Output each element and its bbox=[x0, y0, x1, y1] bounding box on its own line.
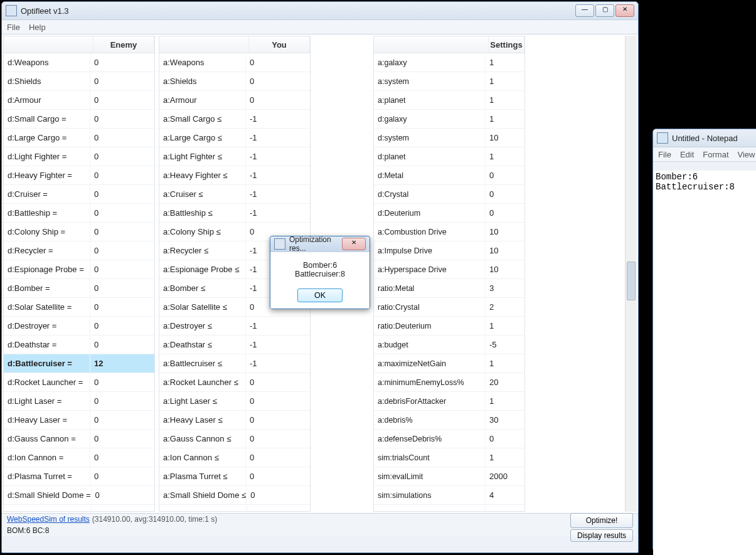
row-value[interactable]: 0 bbox=[90, 53, 154, 71]
row-value[interactable]: 0 bbox=[92, 505, 154, 511]
table-row[interactable]: d:Colony Ship =0 bbox=[4, 223, 154, 241]
table-row[interactable]: a:galaxy1 bbox=[374, 53, 524, 72]
row-value[interactable]: 4 bbox=[486, 486, 524, 504]
row-value[interactable]: 12 bbox=[90, 354, 154, 373]
dialog-close-button[interactable]: ✕ bbox=[342, 238, 366, 250]
table-row[interactable]: d:Deuterium0 bbox=[374, 204, 524, 223]
row-value[interactable]: 30 bbox=[486, 411, 524, 429]
table-row[interactable]: a:Plasma Turret ≤0 bbox=[159, 467, 310, 486]
row-value[interactable]: 0 bbox=[246, 411, 310, 429]
table-row[interactable]: a:Large Shield Dome ≤0 bbox=[159, 505, 310, 511]
table-row[interactable]: d:Large Shield Dome =0 bbox=[4, 505, 154, 511]
table-row[interactable]: d:Heavy Fighter =0 bbox=[4, 166, 154, 185]
table-row[interactable]: a:Heavy Laser ≤0 bbox=[159, 411, 310, 430]
table-row[interactable]: d:Light Fighter =0 bbox=[4, 147, 154, 166]
table-row[interactable]: d:Armour0 bbox=[4, 91, 154, 110]
table-row[interactable]: d:Light Laser =0 bbox=[4, 392, 154, 411]
row-value[interactable]: 0 bbox=[246, 392, 310, 410]
table-row[interactable]: ratio:Metal3 bbox=[374, 279, 524, 298]
row-value[interactable]: 0 bbox=[90, 72, 154, 90]
row-value[interactable]: 0 bbox=[486, 166, 524, 184]
row-value[interactable]: 1 bbox=[486, 91, 524, 109]
row-value[interactable]: 0 bbox=[90, 279, 154, 297]
table-row[interactable]: a:Large Cargo ≤-1 bbox=[159, 129, 310, 147]
table-row[interactable]: d:Bomber =0 bbox=[4, 279, 154, 298]
table-row[interactable]: sim:simulations4 bbox=[374, 486, 524, 505]
row-value[interactable]: 0 bbox=[90, 317, 154, 335]
row-value[interactable]: 0 bbox=[90, 260, 154, 278]
table-row[interactable]: a:Battlecruiser ≤-1 bbox=[159, 354, 310, 373]
row-value[interactable]: 2000 bbox=[486, 467, 524, 485]
row-value[interactable]: 0 bbox=[90, 373, 154, 391]
row-value[interactable]: 10 bbox=[486, 223, 524, 241]
table-row[interactable]: d:Ion Cannon =0 bbox=[4, 448, 154, 467]
row-value[interactable]: -1 bbox=[246, 204, 310, 222]
table-row[interactable]: a:Deathstar ≤-1 bbox=[159, 336, 310, 354]
table-row[interactable]: d:Deathstar =0 bbox=[4, 336, 154, 354]
row-value[interactable]: 0 bbox=[246, 373, 310, 391]
table-row[interactable]: sim:evalLimit2000 bbox=[374, 467, 524, 486]
table-row[interactable]: a:Heavy Fighter ≤-1 bbox=[159, 166, 310, 185]
table-row[interactable]: d:planet1 bbox=[374, 147, 524, 166]
row-value[interactable]: 0 bbox=[486, 430, 524, 448]
table-row[interactable]: d:Rocket Launcher =0 bbox=[4, 373, 154, 392]
row-value[interactable]: 0 bbox=[246, 91, 310, 109]
row-value[interactable]: 0 bbox=[90, 448, 154, 467]
table-row[interactable]: ratio:Deuterium1 bbox=[374, 317, 524, 336]
table-row[interactable]: a:system1 bbox=[374, 72, 524, 91]
minimize-button[interactable]: — bbox=[575, 4, 594, 17]
table-row[interactable]: a:Gauss Cannon ≤0 bbox=[159, 430, 310, 448]
table-row[interactable]: a:debris%30 bbox=[374, 411, 524, 430]
row-value[interactable]: 0 bbox=[90, 185, 154, 203]
table-row[interactable]: d:Recycler =0 bbox=[4, 241, 154, 260]
row-value[interactable]: 0 bbox=[90, 298, 154, 316]
table-row[interactable]: a:budget-5 bbox=[374, 336, 524, 354]
row-value[interactable]: 50 bbox=[486, 505, 524, 511]
row-value[interactable]: 0 bbox=[90, 166, 154, 184]
np-menu-file[interactable]: File bbox=[658, 150, 671, 159]
table-row[interactable]: d:Plasma Turret =0 bbox=[4, 467, 154, 486]
row-value[interactable]: 1 bbox=[486, 392, 524, 410]
row-value[interactable]: 0 bbox=[90, 467, 154, 485]
table-row[interactable]: a:Hyperspace Drive10 bbox=[374, 260, 524, 279]
row-value[interactable]: 1 bbox=[486, 110, 524, 128]
table-row[interactable]: a:Impulse Drive10 bbox=[374, 241, 524, 260]
table-row[interactable]: d:Gauss Cannon =0 bbox=[4, 430, 154, 448]
table-row[interactable]: loot:percentage50 bbox=[374, 505, 524, 511]
np-menu-edit[interactable]: Edit bbox=[680, 150, 694, 159]
row-value[interactable]: 0 bbox=[90, 411, 154, 429]
table-row[interactable]: a:defenseDebris%0 bbox=[374, 430, 524, 448]
optimize-button[interactable]: Optimize! bbox=[570, 513, 633, 528]
notepad-titlebar[interactable]: Untitled - Notepad bbox=[653, 129, 756, 147]
scroll-thumb[interactable] bbox=[627, 262, 636, 300]
table-row[interactable]: a:Combustion Drive10 bbox=[374, 223, 524, 241]
table-row[interactable]: d:Weapons0 bbox=[4, 53, 154, 72]
display-results-button[interactable]: Display results bbox=[570, 529, 633, 542]
table-row[interactable]: d:Espionage Probe =0 bbox=[4, 260, 154, 279]
row-value[interactable]: -1 bbox=[246, 336, 310, 354]
row-value[interactable]: 0 bbox=[90, 204, 154, 222]
menu-file[interactable]: File bbox=[7, 23, 20, 32]
row-value[interactable]: 2 bbox=[486, 298, 524, 316]
row-value[interactable]: 0 bbox=[90, 430, 154, 448]
table-row[interactable]: a:planet1 bbox=[374, 91, 524, 110]
row-value[interactable]: 0 bbox=[90, 91, 154, 109]
row-value[interactable]: 0 bbox=[92, 486, 154, 504]
table-row[interactable]: d:Shields0 bbox=[4, 72, 154, 91]
results-link[interactable]: WebSpeedSim of results bbox=[7, 515, 90, 524]
row-value[interactable]: 10 bbox=[486, 241, 524, 260]
table-row[interactable]: a:Armour0 bbox=[159, 91, 310, 110]
row-value[interactable]: 1 bbox=[486, 72, 524, 90]
table-row[interactable]: d:Battleship =0 bbox=[4, 204, 154, 223]
vertical-scrollbar[interactable] bbox=[625, 36, 637, 512]
row-value[interactable]: -1 bbox=[246, 166, 310, 184]
row-value[interactable]: 0 bbox=[246, 430, 310, 448]
table-row[interactable]: d:Destroyer =0 bbox=[4, 317, 154, 336]
table-row[interactable]: d:Battlecruiser =12 bbox=[4, 354, 154, 373]
row-value[interactable]: 0 bbox=[247, 505, 310, 511]
table-row[interactable]: d:Cruiser =0 bbox=[4, 185, 154, 204]
row-value[interactable]: 10 bbox=[486, 260, 524, 278]
np-menu-format[interactable]: Format bbox=[703, 150, 728, 159]
table-row[interactable]: a:Destroyer ≤-1 bbox=[159, 317, 310, 336]
row-value[interactable]: 1 bbox=[486, 317, 524, 335]
